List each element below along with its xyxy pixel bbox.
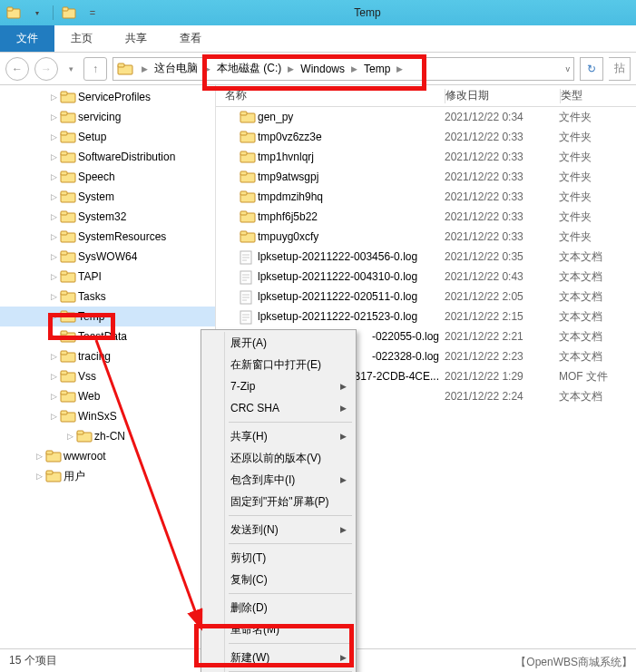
tree-item[interactable]: ▷ToastData [0,326,215,346]
tree-item[interactable]: ▷Setup [0,127,215,147]
context-menu-item[interactable]: 共享(H)▶ [203,425,354,447]
file-row[interactable]: lpksetup-20211222-004310-0.log2021/12/22… [216,267,636,287]
file-row[interactable]: tmp9atwsgpj2021/12/22 0:33文件夹 [216,167,636,187]
tree-item[interactable]: ▷WinSxS [0,406,215,426]
context-menu-item[interactable]: 剪切(T) [203,547,354,569]
column-header-name[interactable]: 名称 [216,88,445,103]
expand-arrow-icon[interactable]: ▷ [47,252,60,261]
file-row[interactable]: tmp0vz6zz3e2021/12/22 0:33文件夹 [216,127,636,147]
tree-item[interactable]: ▷Temp [0,307,215,326]
chevron-right-icon[interactable]: ▶ [347,64,362,73]
tree-item[interactable]: ▷Vss [0,366,215,386]
tree-item[interactable]: ▷Tasks [0,287,215,307]
tree-item[interactable]: ▷servicing [0,107,215,127]
column-header-modified[interactable]: 修改日期 [445,88,560,103]
context-menu-item[interactable]: 新建(W)▶ [203,647,354,668]
nav-forward-button[interactable]: → [34,57,58,81]
tab-home[interactable]: 主页 [54,25,109,52]
breadcrumb-segment[interactable]: 这台电脑 [152,61,200,76]
tree-item[interactable]: ▷Speech [0,167,215,187]
expand-arrow-icon[interactable]: ▷ [47,172,60,181]
chevron-right-icon[interactable]: ▶ [392,64,407,73]
refresh-button[interactable]: ↻ [580,57,603,81]
tree-item-label: 用户 [64,469,85,484]
qat-folder-icon[interactable] [59,4,79,22]
expand-arrow-icon[interactable]: ▷ [47,112,60,122]
chevron-right-icon[interactable]: ▶ [137,64,152,73]
context-menu-item[interactable]: 还原以前的版本(V) [203,447,354,469]
svg-rect-5 [118,63,124,67]
expand-arrow-icon[interactable]: ▷ [33,472,45,481]
expand-arrow-icon[interactable]: ▷ [47,192,60,201]
file-row[interactable]: tmpuyg0xcfy2021/12/22 0:33文件夹 [216,227,636,247]
file-type: 文件夹 [559,190,636,205]
tree-item[interactable]: ▷wwwroot [0,446,215,466]
context-menu-item[interactable]: 重命名(M) [203,618,354,640]
tree-item[interactable]: ▷Web [0,386,215,406]
tree-item[interactable]: ▷zh-CN [0,426,215,446]
file-row[interactable]: tmp1hvnlqrj2021/12/22 0:33文件夹 [216,147,636,167]
nav-up-button[interactable]: ↑ [83,57,107,81]
chevron-right-icon[interactable]: ▶ [283,64,298,73]
context-menu-item[interactable]: 发送到(N)▶ [203,519,354,541]
expand-arrow-icon[interactable]: ▷ [64,432,76,441]
file-row[interactable]: tmpdmzih9hq2021/12/22 0:33文件夹 [216,187,636,207]
expand-arrow-icon[interactable]: ▷ [47,412,60,421]
tree-item[interactable]: ▷System32 [0,207,215,227]
file-row[interactable]: lpksetup-20211222-021523-0.log2021/12/22… [216,307,636,326]
address-bar[interactable]: ▶ 这台电脑 ▶ 本地磁盘 (C:) ▶ Windows ▶ Temp ▶ v [113,57,574,81]
expand-arrow-icon[interactable]: ▷ [33,452,45,461]
address-dropdown-icon[interactable]: v [566,64,571,73]
file-row[interactable]: lpksetup-20211222-020511-0.log2021/12/22… [216,287,636,307]
context-menu-item[interactable]: 固定到"开始"屏幕(P) [203,491,354,512]
tab-view[interactable]: 查看 [163,25,218,52]
tree-item[interactable]: ▷ServiceProfiles [0,87,215,107]
expand-arrow-icon[interactable]: ▷ [47,272,60,281]
qat-explorer-icon[interactable] [4,4,24,22]
tree-item[interactable]: ▷用户 [0,466,215,486]
tab-file[interactable]: 文件 [0,25,54,52]
tab-share[interactable]: 共享 [109,25,163,52]
expand-arrow-icon[interactable]: ▷ [47,392,60,401]
tree-item[interactable]: ▷SoftwareDistribution [0,147,215,167]
tree-item[interactable]: ▷SystemResources [0,227,215,247]
breadcrumb-segment[interactable]: 本地磁盘 (C:) [215,61,283,76]
expand-arrow-icon[interactable]: ▷ [47,132,60,141]
expand-arrow-icon[interactable]: ▷ [47,232,60,241]
expand-arrow-icon[interactable]: ▷ [47,292,60,301]
expand-arrow-icon[interactable]: ▷ [47,372,60,381]
svg-rect-29 [61,311,67,315]
tree-item[interactable]: ▷tracing [0,346,215,366]
qat-dropdown-icon[interactable]: ▾ [27,4,47,22]
context-menu-item[interactable]: 包含到库中(I)▶ [203,469,354,491]
file-row[interactable]: lpksetup-20211222-003456-0.log2021/12/22… [216,247,636,267]
recent-locations-dropdown[interactable]: ▾ [64,64,78,73]
context-menu-item[interactable]: 7-Zip▶ [203,375,354,397]
file-row[interactable]: tmphf6j5b222021/12/22 0:33文件夹 [216,207,636,227]
context-menu-item[interactable]: 展开(A) [203,332,354,354]
column-header-type[interactable]: 类型 [561,88,636,103]
tree-item[interactable]: ▷TAPI [0,267,215,287]
expand-arrow-icon[interactable]: ▷ [47,93,60,102]
tree-item[interactable]: ▷System [0,187,215,207]
breadcrumb-segment[interactable]: Temp [362,63,392,75]
qat-customize-icon[interactable]: = [83,4,103,22]
expand-arrow-icon[interactable]: ▷ [47,312,60,321]
expand-arrow-icon[interactable]: ▷ [47,152,60,161]
context-menu-item[interactable]: CRC SHA▶ [203,397,354,419]
context-menu-item[interactable]: 复制(C) [203,569,354,590]
expand-arrow-icon[interactable]: ▷ [47,352,60,361]
context-menu-item[interactable]: 删除(D) [203,597,354,618]
tree-item[interactable]: ▷SysWOW64 [0,247,215,267]
context-menu-item[interactable]: 在新窗口中打开(E) [203,354,354,375]
expand-arrow-icon[interactable]: ▷ [47,332,60,341]
breadcrumb-segment[interactable]: Windows [298,63,347,75]
document-icon [240,310,254,323]
file-row[interactable]: gen_py2021/12/22 0:34文件夹 [216,107,636,127]
search-input[interactable]: 拈 [609,57,631,81]
expand-arrow-icon[interactable]: ▷ [47,212,60,221]
file-type: 文本文档 [559,249,636,265]
nav-back-button[interactable]: ← [5,57,29,81]
navigation-tree[interactable]: ▷ServiceProfiles▷servicing▷Setup▷Softwar… [0,85,216,648]
chevron-right-icon[interactable]: ▶ [200,64,215,73]
